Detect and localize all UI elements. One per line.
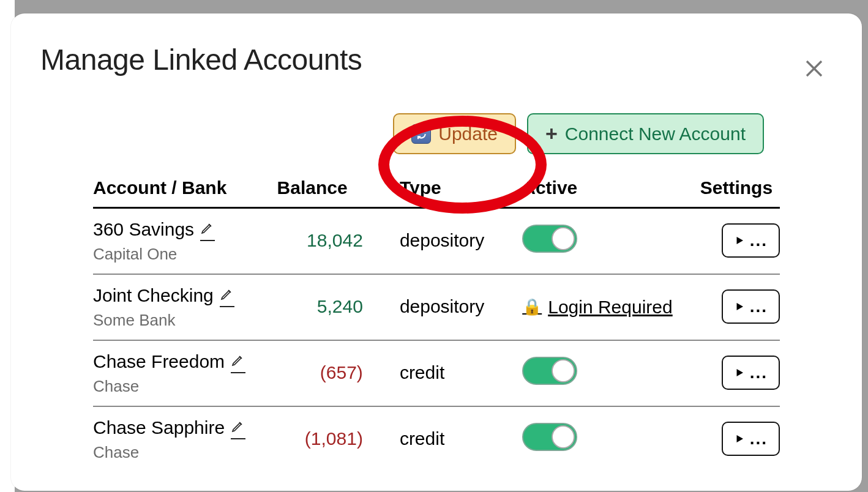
pencil-icon — [200, 218, 215, 239]
lock-icon: 🔒 — [522, 297, 542, 316]
header-type: Type — [400, 166, 522, 208]
active-cell: 🔒Login Required — [522, 274, 700, 340]
settings-button[interactable]: ... — [722, 422, 780, 456]
plus-icon: + — [545, 122, 558, 146]
svg-marker-4 — [736, 369, 743, 376]
table-row: Chase SapphireChase(1,081)credit... — [93, 406, 780, 472]
play-icon — [734, 297, 745, 316]
update-button-label: Update — [438, 124, 498, 144]
play-icon — [734, 231, 745, 250]
account-type: depository — [400, 208, 522, 275]
pencil-icon — [231, 351, 245, 371]
table-row: Joint CheckingSome Bank5,240depository🔒L… — [93, 274, 780, 340]
svg-marker-3 — [736, 303, 743, 310]
ellipsis: ... — [750, 297, 768, 316]
active-cell — [522, 208, 700, 275]
edit-account-name[interactable] — [231, 349, 245, 373]
bank-name: Capital One — [93, 245, 277, 264]
toggle-knob — [552, 359, 575, 382]
settings-button[interactable]: ... — [722, 289, 780, 324]
account-type: credit — [400, 406, 522, 472]
active-cell — [522, 406, 700, 472]
header-balance: Balance — [277, 166, 400, 208]
balance-value: 5,240 — [277, 274, 400, 340]
svg-marker-2 — [736, 237, 743, 244]
connect-new-account-button[interactable]: + Connect New Account — [527, 113, 764, 154]
account-type: credit — [400, 340, 522, 406]
account-type: depository — [400, 274, 522, 340]
account-name-text: 360 Savings — [93, 219, 194, 240]
account-name: Joint Checking — [93, 283, 277, 307]
active-toggle[interactable] — [522, 423, 577, 451]
table-row: Chase FreedomChase(657)credit... — [93, 340, 780, 406]
table-row: 360 SavingsCapital One18,042depository..… — [93, 208, 780, 275]
svg-marker-5 — [736, 435, 743, 442]
balance-value: (657) — [277, 340, 400, 406]
manage-linked-accounts-modal: Manage Linked Accounts Update + Connect … — [11, 13, 862, 491]
header-settings: Settings — [700, 166, 780, 208]
connect-button-label: Connect New Account — [565, 124, 746, 144]
ellipsis: ... — [750, 363, 768, 382]
active-cell — [522, 340, 700, 406]
bank-name: Chase — [93, 443, 277, 462]
toggle-knob — [552, 227, 575, 250]
bank-name: Chase — [93, 377, 277, 396]
balance-value: 18,042 — [277, 208, 400, 275]
account-name: Chase Freedom — [93, 349, 277, 373]
close-icon[interactable] — [803, 58, 825, 80]
pencil-icon — [231, 417, 245, 438]
account-name-text: Chase Freedom — [93, 351, 225, 372]
edit-account-name[interactable] — [231, 416, 245, 439]
play-icon — [734, 363, 745, 382]
login-required-text: Login Required — [548, 297, 672, 318]
account-name: 360 Savings — [93, 217, 277, 241]
update-button[interactable]: Update — [393, 113, 516, 154]
toolbar: Update + Connect New Account — [11, 83, 862, 166]
modal-title: Manage Linked Accounts — [40, 43, 828, 76]
accounts-table: Account / Bank Balance Type Active Setti… — [93, 166, 780, 472]
pencil-icon — [220, 285, 234, 305]
settings-button[interactable]: ... — [722, 223, 780, 258]
active-toggle[interactable] — [522, 225, 577, 253]
edit-account-name[interactable] — [200, 217, 215, 241]
ellipsis: ... — [750, 231, 768, 250]
account-name-text: Joint Checking — [93, 285, 214, 306]
refresh-icon — [411, 124, 431, 144]
balance-value: (1,081) — [277, 406, 400, 472]
edit-account-name[interactable] — [220, 283, 234, 307]
account-name: Chase Sapphire — [93, 416, 277, 439]
settings-button[interactable]: ... — [722, 356, 780, 390]
active-toggle[interactable] — [522, 357, 577, 385]
account-name-text: Chase Sapphire — [93, 417, 225, 438]
header-active: Active — [522, 166, 700, 208]
toggle-knob — [552, 425, 575, 449]
ellipsis: ... — [750, 429, 768, 449]
play-icon — [734, 429, 745, 449]
modal-header: Manage Linked Accounts — [11, 13, 862, 83]
header-account: Account / Bank — [93, 166, 277, 208]
login-required-link[interactable]: 🔒Login Required — [522, 297, 672, 318]
table-header-row: Account / Bank Balance Type Active Setti… — [93, 166, 780, 208]
bank-name: Some Bank — [93, 311, 277, 330]
